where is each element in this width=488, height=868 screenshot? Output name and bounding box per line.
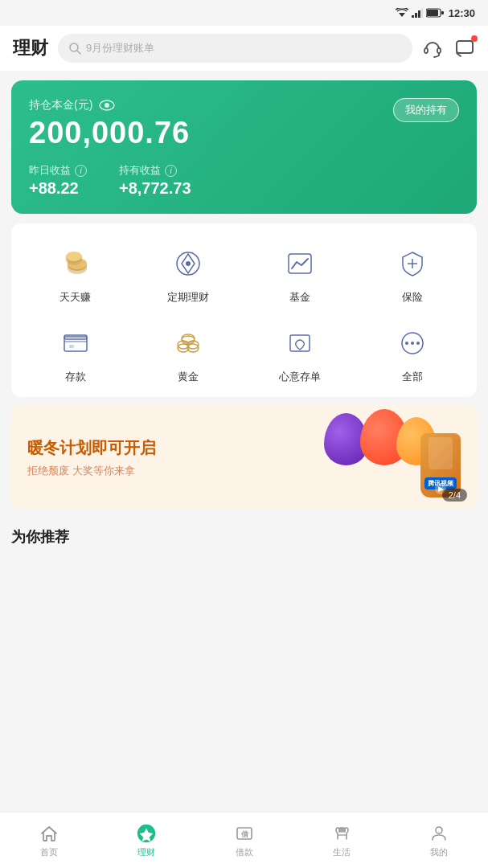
icon-item-dingqi[interactable]: 定期理财 xyxy=(132,238,244,309)
dingqi-label: 定期理财 xyxy=(167,290,209,305)
status-time: 12:30 xyxy=(449,7,475,19)
home-icon-wrap xyxy=(39,823,59,844)
headset-button[interactable] xyxy=(422,38,443,59)
jijin-label: 基金 xyxy=(289,290,310,305)
total-value: +8,772.73 xyxy=(119,179,191,198)
more-icon-bg xyxy=(392,322,433,364)
icon-item-cunkuan[interactable]: 存款 xyxy=(19,317,132,389)
home-nav-label: 首页 xyxy=(40,846,58,858)
profile-icon xyxy=(429,824,449,843)
nav-item-home[interactable]: 首页 xyxy=(0,818,97,863)
banner-text-area: 暖冬计划即可开启 拒绝颓废 大奖等你来拿 xyxy=(11,421,316,494)
svg-point-49 xyxy=(436,827,442,833)
for-you-section: 为你推荐 xyxy=(11,518,477,553)
bottom-nav: 首页 理财 借 借款 生活 xyxy=(0,812,488,868)
status-icons xyxy=(396,8,444,18)
svg-point-42 xyxy=(411,342,414,345)
wifi-icon xyxy=(396,8,408,18)
signal-icon xyxy=(412,8,423,18)
nav-item-loan[interactable]: 借 借款 xyxy=(195,818,293,863)
tianzhuanzhuan-label: 天天赚 xyxy=(59,290,91,305)
svg-point-41 xyxy=(405,342,408,345)
chart-icon-bg xyxy=(279,243,321,285)
search-icon xyxy=(69,43,81,55)
finance-nav-icon xyxy=(136,822,157,845)
icon-item-tianzhuanzhuan[interactable]: 天天赚 xyxy=(19,238,132,309)
nav-item-life[interactable]: 生活 xyxy=(293,818,390,863)
svg-point-25 xyxy=(186,261,191,266)
total-earnings: 持有收益 i +8,772.73 xyxy=(119,163,191,198)
svg-rect-32 xyxy=(69,345,74,348)
yesterday-earnings: 昨日收益 i +88.22 xyxy=(29,163,87,198)
svg-rect-4 xyxy=(421,8,423,18)
svg-rect-39 xyxy=(290,335,310,351)
coins-icon-bg xyxy=(55,243,96,285)
search-bar[interactable]: 9月份理财账单 xyxy=(58,34,412,63)
icon-item-jijin[interactable]: 基金 xyxy=(244,238,357,309)
notification-dot xyxy=(471,35,478,42)
quanbu-label: 全部 xyxy=(402,370,423,384)
icon-item-baoxian[interactable]: 保险 xyxy=(356,238,469,309)
status-bar: 12:30 xyxy=(0,0,488,26)
profile-icon-wrap xyxy=(429,823,449,844)
search-placeholder: 9月份理财账单 xyxy=(86,41,154,55)
shield-icon-bg xyxy=(392,243,433,285)
svg-point-43 xyxy=(416,342,420,345)
loan-icon: 借 xyxy=(235,824,254,843)
coins-icon xyxy=(59,248,92,280)
xinyicunduan-label: 心意存单 xyxy=(279,370,321,384)
deposit-icon xyxy=(59,327,92,359)
yesterday-info-icon: i xyxy=(75,165,87,177)
svg-rect-2 xyxy=(415,13,417,18)
icon-item-xinyicunduan[interactable]: 心意存单 xyxy=(244,317,357,389)
life-icon xyxy=(332,824,351,843)
life-nav-label: 生活 xyxy=(333,846,351,858)
for-you-title: 为你推荐 xyxy=(11,518,477,553)
svg-line-9 xyxy=(77,51,80,54)
svg-rect-7 xyxy=(441,11,444,14)
icon-item-huangjin[interactable]: 黄金 xyxy=(132,317,244,389)
svg-rect-1 xyxy=(412,15,414,18)
nav-item-finance[interactable]: 理财 xyxy=(97,818,195,863)
heart-icon-bg xyxy=(279,322,321,364)
icon-grid-section: 天天赚 定期理财 基金 xyxy=(11,223,477,397)
header: 理财 9月份理财账单 xyxy=(0,26,488,71)
svg-point-22 xyxy=(66,252,82,261)
card-sub-row: 昨日收益 i +88.22 持有收益 i +8,772.73 xyxy=(29,163,459,198)
nav-item-profile[interactable]: 我的 xyxy=(391,818,488,863)
gold-icon-bg xyxy=(167,322,209,364)
banner-badge: 2/4 xyxy=(442,489,467,502)
banner-section[interactable]: 暖冬计划即可开启 拒绝颓废 大奖等你来拿 腾讯视频 ▶ 2/4 xyxy=(11,405,477,510)
banner-subtitle: 拒绝颓废 大奖等你来拿 xyxy=(27,464,300,478)
chart-icon xyxy=(284,248,316,280)
eye-icon[interactable] xyxy=(99,100,115,111)
deposit-icon-bg xyxy=(55,322,96,364)
svg-rect-6 xyxy=(427,10,438,16)
profile-nav-label: 我的 xyxy=(430,846,448,858)
icon-item-quanbu[interactable]: 全部 xyxy=(356,317,469,389)
portfolio-card: 持仓本金(元) 200,000.76 昨日收益 i +88.22 持有收益 i … xyxy=(11,80,477,214)
headset-icon xyxy=(422,38,443,59)
total-label: 持有收益 xyxy=(119,163,161,178)
shield-icon xyxy=(396,248,429,280)
message-button[interactable] xyxy=(454,38,475,59)
my-holdings-button[interactable]: 我的持有 xyxy=(393,98,459,122)
finance-icon-wrap xyxy=(136,823,157,844)
diamond-icon xyxy=(172,248,204,280)
gold-icon xyxy=(172,327,204,359)
home-icon xyxy=(39,824,59,843)
page-title: 理财 xyxy=(13,36,48,60)
baoxian-label: 保险 xyxy=(402,290,423,305)
banner-title: 暖冬计划即可开启 xyxy=(27,437,300,459)
heart-icon xyxy=(284,327,316,359)
huangjin-label: 黄金 xyxy=(178,370,199,384)
svg-text:借: 借 xyxy=(240,830,248,838)
svg-point-16 xyxy=(105,103,109,108)
total-info-icon: i xyxy=(165,165,177,177)
diamond-icon-bg xyxy=(167,243,209,285)
icon-grid: 天天赚 定期理财 基金 xyxy=(19,238,469,389)
life-icon-wrap xyxy=(331,823,352,844)
loan-icon-wrap: 借 xyxy=(234,823,255,844)
more-icon xyxy=(396,327,429,359)
svg-rect-3 xyxy=(418,10,420,18)
